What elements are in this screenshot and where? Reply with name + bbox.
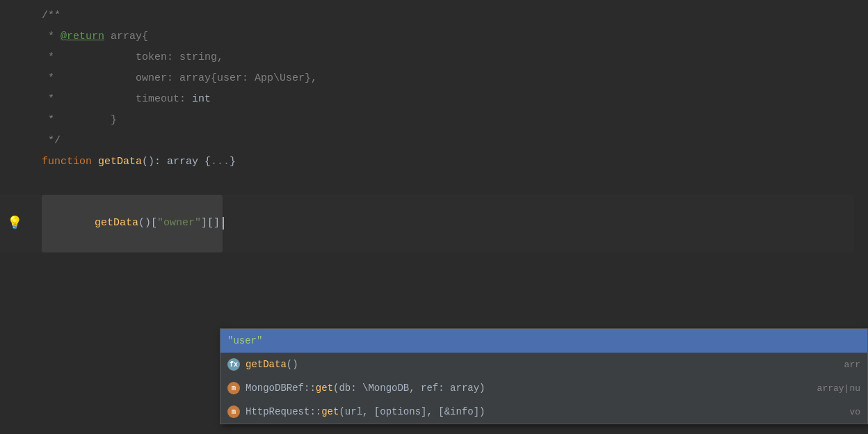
code-line: function getData(): array {...}: [42, 153, 854, 174]
comment-close-brace: * }: [42, 111, 117, 129]
code-line: * owner: array{user: App\User},: [42, 70, 854, 90]
code-line: */: [42, 132, 854, 153]
text-cursor: [223, 217, 224, 230]
ac-icon-m-mongo: m: [227, 382, 240, 394]
comment-array-open: array{: [104, 28, 148, 46]
ac-mongodbref-type: array|nu: [817, 383, 860, 394]
body-close: }: [230, 153, 236, 171]
ac-http-fn: get: [321, 406, 339, 417]
parens: ():: [142, 153, 167, 171]
comment-owner: * owner: array{user: App\User},: [42, 70, 317, 88]
ac-user-label: "user": [227, 335, 262, 346]
string-owner: "owner": [157, 217, 201, 229]
call-getData: getData: [95, 217, 138, 229]
ac-getdata-parens: (): [287, 359, 298, 370]
code-line: * }: [42, 111, 854, 132]
jsdoc-return-tag: @return: [61, 28, 104, 46]
ac-mongo-fn: get: [316, 383, 333, 394]
ac-user-string: "user": [227, 335, 262, 346]
type-int: int: [192, 90, 211, 108]
autocomplete-item-user[interactable]: "user": [220, 329, 867, 353]
code-editor: /** * @return array{ * token: string, * …: [0, 0, 868, 434]
ac-getdata-fn: getData: [246, 359, 287, 370]
comment-timeout: * timeout:: [42, 90, 192, 108]
code-line: * token: string,: [42, 49, 854, 70]
autocomplete-item-httprequest[interactable]: m HttpRequest::get(url, [options], [&inf…: [220, 400, 867, 424]
code-area: /** * @return array{ * token: string, * …: [0, 7, 868, 252]
ac-item-left: m HttpRequest::get(url, [options], [&inf…: [227, 405, 485, 418]
bracket-close: ]: [214, 217, 220, 229]
space: [92, 153, 98, 171]
ellipsis: ...: [211, 153, 230, 171]
code-line: * timeout: int: [42, 90, 854, 111]
autocomplete-dropdown: "user" fx getData() arr m MongoDBRef::ge…: [220, 328, 868, 424]
ac-item-left: m MongoDBRef::get(db: \MongoDB, ref: arr…: [227, 382, 485, 394]
ac-getdata-label: getData(): [246, 359, 298, 370]
empty-line: [42, 174, 854, 195]
return-type-array: array: [167, 153, 198, 171]
autocomplete-item-mongodbref[interactable]: m MongoDBRef::get(db: \MongoDB, ref: arr…: [220, 376, 867, 400]
ac-mongodbref-label: MongoDBRef::get(db: \MongoDB, ref: array…: [246, 383, 485, 394]
call-parens: ()[: [138, 217, 157, 229]
bulb-icon[interactable]: 💡: [7, 213, 22, 235]
ac-getdata-type: arr: [844, 360, 860, 370]
ac-item-left: fx getData(): [227, 358, 298, 371]
keyword-function: function: [42, 153, 92, 171]
bracket-open: ][: [201, 217, 214, 229]
ac-item-left: "user": [227, 335, 262, 346]
code-line: /**: [42, 7, 854, 28]
comment-star: *: [42, 28, 61, 46]
code-line: * @return array{: [42, 28, 854, 49]
comment-block-close: */: [42, 132, 61, 150]
autocomplete-item-getdata[interactable]: fx getData() arr: [220, 353, 867, 376]
active-code-line: 💡 getData()["owner"][]: [0, 195, 854, 252]
ac-icon-fx: fx: [227, 358, 240, 371]
ac-httprequest-type: vo: [849, 407, 860, 417]
ac-httprequest-label: HttpRequest::get(url, [options], [&info]…: [246, 406, 485, 417]
comment-block-open: /**: [42, 7, 61, 25]
body-ellipsis: {: [198, 153, 211, 171]
comment-token: * token: string,: [42, 49, 223, 67]
function-getData: getData: [98, 153, 142, 171]
ac-icon-m-http: m: [227, 405, 240, 418]
